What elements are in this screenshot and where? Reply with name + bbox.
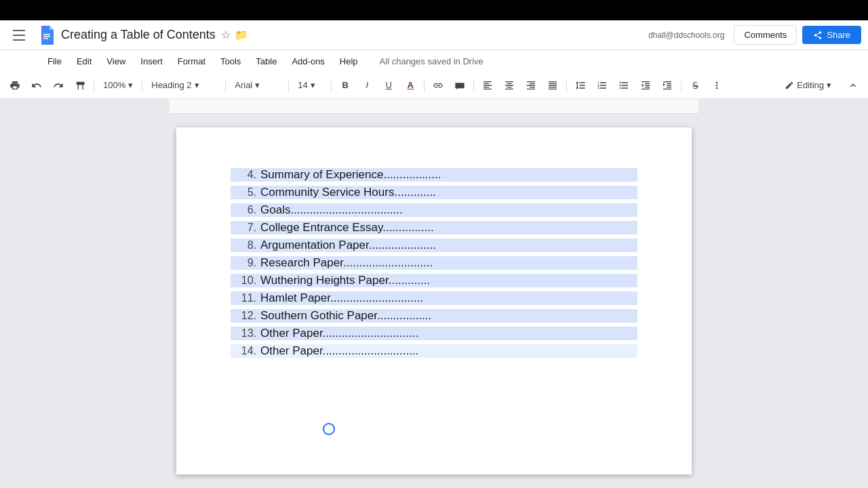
svg-rect-0: [43, 34, 50, 35]
toc-item-text: Research Paper..........................…: [260, 256, 433, 270]
toc-item: 5.Community Service Hours.............: [231, 186, 637, 199]
font-size-value: 14: [298, 80, 307, 90]
comments-button[interactable]: Comments: [734, 25, 797, 45]
share-button[interactable]: Share: [802, 26, 861, 44]
separator-1: [94, 79, 94, 92]
toc-item-number: 14.: [231, 345, 256, 357]
align-center-button[interactable]: [500, 76, 519, 95]
toc-item: 8.Argumentation Paper...................…: [231, 239, 637, 252]
toc-item-number: 6.: [231, 204, 256, 216]
heading-style-dropdown[interactable]: Heading 2 ▾: [146, 76, 221, 95]
comment-button[interactable]: [450, 76, 469, 95]
paint-format-button[interactable]: [71, 76, 90, 95]
toolbar: 100% ▾ Heading 2 ▾ Arial ▾ 14 ▾ B I U: [0, 72, 868, 99]
print-button[interactable]: [5, 76, 24, 95]
toc-item: 14.Other Paper..........................…: [231, 344, 637, 358]
text-color-button[interactable]: A: [401, 76, 420, 95]
share-label: Share: [827, 30, 850, 40]
folder-icon[interactable]: 📁: [235, 28, 248, 41]
toc-item: 6.Goals.................................…: [231, 203, 637, 217]
menu-addons[interactable]: Add-ons: [285, 54, 331, 69]
separator-8: [566, 79, 567, 92]
unordered-list-button[interactable]: [614, 76, 633, 95]
toc-item-text: Goals...................................: [260, 203, 403, 217]
font-dropdown[interactable]: Arial ▾: [230, 76, 284, 95]
app-container: Creating a Table of Contents ☆ 📁 dhall@d…: [0, 20, 868, 488]
menu-view[interactable]: View: [100, 54, 132, 69]
toc-item-text: Community Service Hours.............: [260, 186, 436, 199]
separator-3: [225, 79, 226, 92]
toc-item: 13.Other Paper..........................…: [231, 327, 637, 340]
editing-chevron: ▾: [827, 80, 831, 90]
indent-increase-button[interactable]: [658, 76, 677, 95]
toc-item-text: Hamlet Paper............................…: [260, 291, 423, 305]
toc-item-number: 11.: [231, 292, 256, 304]
redo-button[interactable]: [49, 76, 68, 95]
ruler: [0, 99, 868, 114]
editing-mode-button[interactable]: Editing ▾: [778, 77, 838, 93]
italic-button[interactable]: I: [357, 76, 376, 95]
docs-icon: [37, 23, 57, 47]
collapse-toolbar-button[interactable]: [844, 76, 863, 95]
menu-insert[interactable]: Insert: [134, 54, 170, 69]
toc-item-number: 5.: [231, 186, 256, 199]
separator-9: [681, 79, 682, 92]
menu-help[interactable]: Help: [333, 54, 365, 69]
menu-edit[interactable]: Edit: [70, 54, 98, 69]
hamburger-menu[interactable]: [7, 23, 31, 47]
separator-7: [473, 79, 474, 92]
bold-button[interactable]: B: [336, 76, 355, 95]
menu-file[interactable]: File: [41, 54, 68, 69]
toc-item-text: Other Paper.............................…: [260, 327, 418, 340]
toc-item-number: 10.: [231, 274, 256, 287]
toc-item-number: 4.: [231, 169, 256, 181]
underline-button[interactable]: U: [379, 76, 398, 95]
ordered-list-button[interactable]: [593, 76, 612, 95]
menu-bar: File Edit View Insert Format Tools Table…: [0, 50, 868, 72]
svg-rect-2: [43, 38, 48, 39]
link-button[interactable]: [429, 76, 448, 95]
align-left-button[interactable]: [478, 76, 497, 95]
hamburger-line-2: [13, 35, 25, 36]
toc-item: 9.Research Paper........................…: [231, 256, 637, 270]
menu-tools[interactable]: Tools: [214, 54, 248, 69]
zoom-chevron: ▾: [128, 80, 133, 90]
title-bar: Creating a Table of Contents ☆ 📁 dhall@d…: [0, 20, 868, 50]
toc-item-number: 7.: [231, 222, 256, 234]
toc-item-number: 9.: [231, 257, 256, 269]
toc-item: 11.Hamlet Paper.........................…: [231, 291, 637, 305]
toc-item: 12.Southern Gothic Paper................…: [231, 309, 637, 323]
align-right-button[interactable]: [521, 76, 540, 95]
indent-decrease-button[interactable]: [636, 76, 655, 95]
more-formatting-button[interactable]: [707, 76, 726, 95]
document-area: 4.Summary of Experience.................…: [0, 114, 868, 488]
menu-format[interactable]: Format: [171, 54, 212, 69]
zoom-dropdown[interactable]: 100% ▾: [98, 76, 138, 95]
toc-item: 7.College Entrance Essay................: [231, 221, 637, 235]
cursor-circle: [323, 423, 335, 435]
justify-button[interactable]: [543, 76, 562, 95]
toc-item-text: Argumentation Paper.....................: [260, 239, 436, 252]
font-size-dropdown[interactable]: 14 ▾: [293, 76, 327, 95]
toc-item-number: 13.: [231, 327, 256, 340]
strikethrough-button[interactable]: S̶: [686, 76, 705, 95]
svg-rect-1: [43, 36, 50, 37]
separator-4: [288, 79, 289, 92]
toc-list: 4.Summary of Experience.................…: [231, 168, 637, 358]
menu-table[interactable]: Table: [249, 54, 283, 69]
save-status: All changes saved in Drive: [380, 56, 484, 66]
separator-6: [424, 79, 425, 92]
toc-item-number: 12.: [231, 310, 256, 322]
font-size-chevron: ▾: [311, 80, 315, 90]
ruler-content: [0, 99, 868, 113]
toc-item: 4.Summary of Experience.................…: [231, 168, 637, 182]
separator-2: [142, 79, 142, 92]
undo-button[interactable]: [27, 76, 46, 95]
pencil-icon: [785, 81, 794, 90]
heading-chevron: ▾: [195, 80, 199, 90]
star-icon[interactable]: ☆: [221, 28, 231, 41]
hamburger-line-3: [13, 39, 25, 41]
toc-item-text: Wuthering Heights Paper.............: [260, 274, 430, 287]
font-value: Arial: [235, 80, 252, 90]
line-spacing-button[interactable]: [571, 76, 590, 95]
